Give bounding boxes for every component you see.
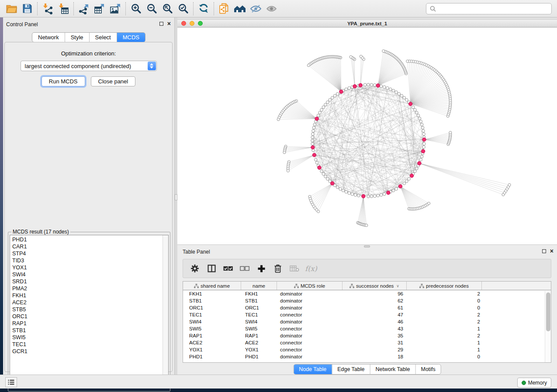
deselect-all-button[interactable] xyxy=(236,261,253,276)
column-header-shared-name[interactable]: shared name xyxy=(183,282,241,290)
table-row[interactable]: TEC1TEC1connector472 xyxy=(183,311,551,318)
tab-select[interactable]: Select xyxy=(89,33,117,42)
run-mcds-button[interactable]: Run MCDS xyxy=(42,76,85,86)
table-cell: 61 xyxy=(343,305,407,310)
node-table-body: FKH1FKH1dominator962STB1STB1dominator620… xyxy=(183,290,551,360)
node-table-header: shared namenameMCDS rolesuccessor nodes∨… xyxy=(183,282,551,290)
table-scrollbar-thumb[interactable] xyxy=(546,292,550,331)
close-panel-button[interactable]: Close panel xyxy=(91,76,136,86)
optimization-criterion-select[interactable]: largest connected component (undirected) xyxy=(21,61,157,71)
table-row[interactable]: RAP1RAP1dominator352 xyxy=(183,332,551,339)
table-row[interactable]: ORC1ORC1dominator610 xyxy=(183,304,551,311)
new-network-from-selection-button[interactable] xyxy=(216,2,232,16)
table-row[interactable]: PHD1PHD1dominator180 xyxy=(183,353,551,360)
column-selector-button[interactable] xyxy=(203,261,220,276)
mcds-node-item[interactable]: CAR1 xyxy=(12,243,168,250)
import-network-button[interactable] xyxy=(40,2,55,16)
close-panel-icon[interactable]: × xyxy=(167,21,171,26)
add-column-button[interactable] xyxy=(253,261,270,276)
search-input[interactable] xyxy=(439,6,548,12)
function-builder-button[interactable]: f(x) xyxy=(303,261,319,276)
table-mode-gear-button[interactable] xyxy=(187,261,203,276)
tab-motifs[interactable]: Motifs xyxy=(415,364,440,374)
tab-network-table[interactable]: Network Table xyxy=(370,364,415,374)
close-table-panel-icon[interactable]: × xyxy=(550,249,554,253)
mcds-result-list[interactable]: PHD1CAR1STP4TID3YOX1SWI4SRD1PMA2FKH1ACE2… xyxy=(10,235,169,389)
delete-table-button[interactable] xyxy=(286,261,303,276)
mcds-node-item[interactable]: STB5 xyxy=(12,306,168,313)
table-scrollbar[interactable] xyxy=(545,291,551,362)
tab-edge-table[interactable]: Edge Table xyxy=(332,364,370,374)
table-panel-resize-handle[interactable] xyxy=(364,245,370,248)
select-all-button[interactable] xyxy=(220,261,236,276)
tab-mcds[interactable]: MCDS xyxy=(117,33,145,42)
plus-icon xyxy=(257,265,266,273)
mcds-node-item[interactable]: GCR1 xyxy=(12,348,168,355)
table-cell: STB1 xyxy=(183,298,241,303)
zoom-in-button[interactable] xyxy=(128,2,144,16)
mcds-list-scrollbar[interactable] xyxy=(163,235,168,388)
import-table-button[interactable] xyxy=(55,2,71,16)
save-session-button[interactable] xyxy=(19,2,35,16)
mcds-node-item[interactable]: SWI4 xyxy=(12,271,168,278)
zoom-out-icon xyxy=(146,3,157,14)
mcds-node-item[interactable]: SRD1 xyxy=(12,278,168,285)
main-toolbar xyxy=(0,0,557,17)
column-header-MCDS-role[interactable]: MCDS role xyxy=(277,282,343,290)
table-row[interactable]: STB1STB1dominator620 xyxy=(183,297,551,304)
tab-network[interactable]: Network xyxy=(32,33,65,42)
mcds-node-item[interactable]: TEC1 xyxy=(12,341,168,348)
mcds-node-item[interactable]: PMA2 xyxy=(12,285,168,292)
tab-style[interactable]: Style xyxy=(65,33,89,42)
network-canvas[interactable] xyxy=(177,28,557,244)
apply-layout-button[interactable] xyxy=(196,2,211,16)
float-panel-icon[interactable] xyxy=(159,22,163,26)
export-network-button[interactable] xyxy=(76,2,92,16)
table-cell: connector xyxy=(277,340,343,345)
table-row[interactable]: SWI4SWI4dominator462 xyxy=(183,318,551,325)
delete-columns-button[interactable] xyxy=(270,261,286,276)
zoom-fit-button[interactable] xyxy=(159,2,175,16)
mcds-node-item[interactable]: ORC1 xyxy=(12,313,168,320)
export-image-button[interactable] xyxy=(107,2,123,16)
network-graph[interactable] xyxy=(177,28,557,244)
show-panel-list-button[interactable] xyxy=(5,377,17,387)
show-all-button[interactable] xyxy=(232,2,248,16)
toolbar-separator xyxy=(125,2,126,15)
mcds-node-item[interactable]: FKH1 xyxy=(12,292,168,299)
table-row[interactable]: FKH1FKH1dominator962 xyxy=(183,290,551,297)
column-header-name[interactable]: name xyxy=(241,282,277,290)
mcds-node-item[interactable]: SWI5 xyxy=(12,334,168,341)
zoom-out-button[interactable] xyxy=(144,2,159,16)
table-cell: dominator xyxy=(277,319,343,324)
memory-button[interactable]: Memory xyxy=(517,378,551,388)
table-cell: dominator xyxy=(277,298,343,303)
memory-status-icon xyxy=(522,381,526,385)
zoom-selected-button[interactable] xyxy=(175,2,191,16)
column-header-predecessor-nodes[interactable]: predecessor nodes xyxy=(407,282,482,290)
table-row[interactable]: ACE2ACE2connector311 xyxy=(183,339,551,346)
mcds-node-item[interactable]: RAP1 xyxy=(12,320,168,327)
hide-selected-button[interactable] xyxy=(248,2,263,16)
table-row[interactable]: YOX1YOX1connector291 xyxy=(183,346,551,353)
network-window-titlebar[interactable]: YPA_prune.txt_1 xyxy=(177,19,557,28)
column-header-successor-nodes[interactable]: successor nodes∨ xyxy=(343,282,407,290)
mcds-node-item[interactable]: ACE2 xyxy=(12,299,168,306)
mcds-node-item[interactable]: STB1 xyxy=(12,327,168,334)
mcds-node-item[interactable]: STP4 xyxy=(12,250,168,257)
mcds-node-item[interactable]: PHD1 xyxy=(12,236,168,243)
table-row[interactable]: SWI5SWI5connector431 xyxy=(183,325,551,332)
table-cell: 2 xyxy=(407,333,482,338)
float-table-panel-icon[interactable] xyxy=(542,249,546,253)
mcds-node-item[interactable]: TID3 xyxy=(12,257,168,264)
show-hidden-button[interactable] xyxy=(263,2,279,16)
zoom-selected-icon xyxy=(178,3,189,14)
mcds-node-item[interactable]: YOX1 xyxy=(12,264,168,271)
toolbar-separator xyxy=(193,2,194,15)
tab-node-table[interactable]: Node Table xyxy=(294,364,332,374)
open-file-button[interactable] xyxy=(3,2,19,16)
export-image-icon xyxy=(110,3,121,14)
memory-label: Memory xyxy=(528,380,547,386)
table-cell: SWI4 xyxy=(241,319,277,324)
export-table-button[interactable] xyxy=(92,2,107,16)
